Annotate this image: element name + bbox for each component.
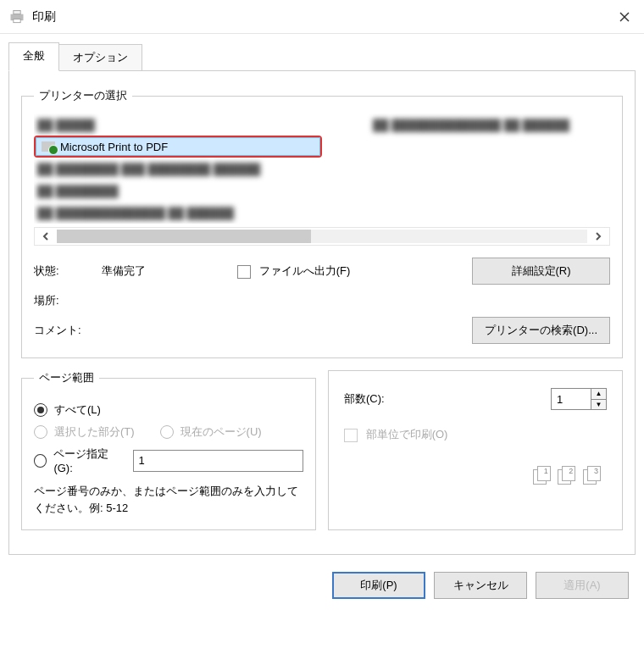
radio-current [160, 425, 174, 439]
print-to-file-checkbox[interactable] [237, 265, 251, 279]
svg-rect-1 [14, 10, 20, 14]
collate-icons: 11 22 33 [341, 468, 602, 489]
list-item[interactable]: ██ ████████ [34, 180, 122, 202]
scroll-right-button[interactable] [587, 228, 609, 245]
copies-input[interactable] [552, 389, 591, 409]
printer-item-label: Microsoft Print to PDF [60, 141, 168, 153]
radio-all[interactable] [34, 403, 47, 417]
comment-label: コメント: [34, 323, 102, 338]
radio-row-selection-current: 選択した部分(T) 現在のページ(U) [34, 424, 303, 440]
pages-input[interactable] [133, 450, 303, 472]
list-item[interactable]: ██ ████████ ███ ████████ ██████ [34, 158, 264, 180]
printer-item-selected[interactable]: Microsoft Print to PDF [36, 137, 320, 156]
location-label: 場所: [34, 293, 102, 308]
tab-general[interactable]: 全般 [8, 42, 59, 71]
svg-rect-2 [14, 19, 20, 22]
titlebar: 印刷 [0, 0, 644, 34]
tab-panel-general: プリンターの選択 ██ █████ ██ ██████████████ ██ █… [8, 70, 636, 555]
scroll-track[interactable] [57, 230, 587, 243]
printer-select-legend: プリンターの選択 [34, 88, 132, 103]
list-item[interactable]: ██ █████ [34, 114, 98, 136]
scroll-thumb[interactable] [57, 230, 311, 243]
chevron-left-icon [42, 232, 49, 241]
printer-selected-highlight: Microsoft Print to PDF [34, 136, 322, 158]
close-button[interactable] [605, 0, 644, 34]
page-range-legend: ページ範囲 [34, 370, 99, 385]
close-icon [619, 12, 630, 22]
scroll-left-button[interactable] [35, 228, 57, 245]
printer-icon [8, 8, 25, 25]
print-button[interactable]: 印刷(P) [332, 572, 425, 599]
tab-options[interactable]: オプション [58, 44, 142, 71]
tabs: 全般 オプション [8, 42, 636, 71]
printer-select-group: プリンターの選択 ██ █████ ██ ██████████████ ██ █… [21, 88, 623, 358]
state-value: 準備完了 [102, 263, 237, 279]
list-item[interactable]: ██ ██████████████ ██ ██████ [369, 114, 573, 136]
dialog-footer: 印刷(P) キャンセル 適用(A) [0, 563, 644, 607]
radio-current-label: 現在のページ(U) [180, 424, 262, 440]
print-to-file-checkbox-row[interactable]: ファイルへ出力(F) [237, 263, 472, 279]
preferences-button[interactable]: 詳細設定(R) [472, 258, 610, 285]
print-to-file-label: ファイルへ出力(F) [259, 264, 351, 277]
collate-checkbox [344, 429, 358, 442]
list-item[interactable]: ██ ██████████████ ██ ██████ [34, 202, 237, 224]
lower-row: ページ範囲 すべて(L) 選択した部分(T) 現在のページ(U) ページ指定(G… [21, 370, 623, 542]
find-printer-button[interactable]: プリンターの検索(D)... [472, 317, 610, 344]
radio-pages[interactable] [34, 454, 47, 468]
radio-pages-label: ページ指定(G): [53, 446, 125, 474]
page-stack-icon: 22 [558, 468, 576, 486]
radio-all-label: すべて(L) [54, 402, 101, 418]
copies-up-button[interactable]: ▲ [591, 389, 606, 400]
printer-list-scrollbar[interactable] [34, 227, 610, 246]
page-range-hint: ページ番号のみか、またはページ範囲のみを入力してください。例: 5-12 [34, 483, 303, 516]
copies-row: 部数(C): ▲ ▼ [344, 388, 607, 410]
printer-list[interactable]: ██ █████ ██ ██████████████ ██ ██████ ██ … [34, 114, 610, 224]
copies-label: 部数(C): [344, 391, 385, 407]
radio-row-pages[interactable]: ページ指定(G): [34, 446, 303, 474]
collate-label: 部単位で印刷(O) [366, 428, 448, 441]
chevron-right-icon [595, 232, 602, 241]
state-label: 状態: [34, 263, 102, 279]
cancel-button[interactable]: キャンセル [434, 572, 527, 599]
printer-status-grid: 状態: 準備完了 ファイルへ出力(F) 詳細設定(R) 場所: コメント: プリ… [34, 258, 610, 344]
window-title: 印刷 [32, 9, 56, 25]
radio-selection-label: 選択した部分(T) [54, 424, 135, 440]
copies-down-button[interactable]: ▼ [591, 400, 606, 410]
radio-selection [34, 425, 47, 439]
collate-row: 部単位で印刷(O) [344, 427, 607, 442]
page-stack-icon: 11 [533, 468, 552, 486]
radio-row-all[interactable]: すべて(L) [34, 402, 303, 418]
apply-button: 適用(A) [536, 572, 629, 599]
printer-ready-icon [42, 141, 55, 152]
copies-group: 部数(C): ▲ ▼ 部単位で印刷(O) 11 22 [328, 370, 623, 530]
page-range-group: ページ範囲 すべて(L) 選択した部分(T) 現在のページ(U) ページ指定(G… [21, 370, 316, 530]
page-stack-icon: 33 [583, 468, 602, 486]
copies-spinner[interactable]: ▲ ▼ [551, 388, 607, 410]
